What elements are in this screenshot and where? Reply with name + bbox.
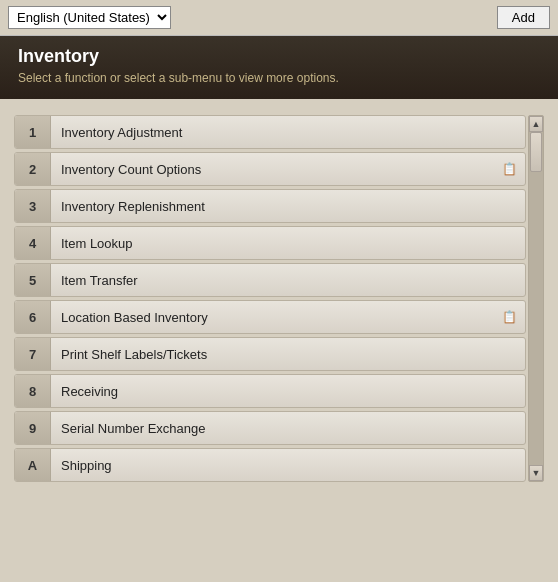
item-number: 6: [15, 301, 51, 333]
submenu-icon: 📋: [502, 162, 525, 176]
language-select[interactable]: English (United States): [8, 6, 171, 29]
item-label: Inventory Count Options: [51, 156, 502, 183]
list-item[interactable]: 8Receiving: [14, 374, 526, 408]
list-item[interactable]: 9Serial Number Exchange: [14, 411, 526, 445]
list-item[interactable]: 2Inventory Count Options📋: [14, 152, 526, 186]
scroll-track: [529, 132, 543, 465]
item-number: A: [15, 449, 51, 481]
item-label: Item Lookup: [51, 230, 525, 257]
item-label: Inventory Adjustment: [51, 119, 525, 146]
list-item[interactable]: 1Inventory Adjustment: [14, 115, 526, 149]
page-title: Inventory: [18, 46, 540, 67]
list-container: 1Inventory Adjustment2Inventory Count Op…: [14, 115, 544, 482]
item-number: 3: [15, 190, 51, 222]
item-number: 5: [15, 264, 51, 296]
scrollbar: ▲ ▼: [528, 115, 544, 482]
page-subtitle: Select a function or select a sub-menu t…: [18, 71, 540, 85]
item-label: Location Based Inventory: [51, 304, 502, 331]
main-content: 1Inventory Adjustment2Inventory Count Op…: [0, 99, 558, 498]
item-number: 9: [15, 412, 51, 444]
item-label: Shipping: [51, 452, 525, 479]
item-number: 4: [15, 227, 51, 259]
list-item[interactable]: 5Item Transfer: [14, 263, 526, 297]
submenu-icon: 📋: [502, 310, 525, 324]
list-item[interactable]: 3Inventory Replenishment: [14, 189, 526, 223]
item-label: Item Transfer: [51, 267, 525, 294]
item-label: Receiving: [51, 378, 525, 405]
item-label: Inventory Replenishment: [51, 193, 525, 220]
list-item[interactable]: 4Item Lookup: [14, 226, 526, 260]
scroll-up-arrow[interactable]: ▲: [529, 116, 543, 132]
item-label: Serial Number Exchange: [51, 415, 525, 442]
item-number: 7: [15, 338, 51, 370]
top-bar: English (United States) Add: [0, 0, 558, 36]
header-bar: Inventory Select a function or select a …: [0, 36, 558, 99]
list-item[interactable]: AShipping: [14, 448, 526, 482]
item-number: 1: [15, 116, 51, 148]
scroll-down-arrow[interactable]: ▼: [529, 465, 543, 481]
add-button[interactable]: Add: [497, 6, 550, 29]
scroll-thumb[interactable]: [530, 132, 542, 172]
list-items: 1Inventory Adjustment2Inventory Count Op…: [14, 115, 526, 482]
list-item[interactable]: 6Location Based Inventory📋: [14, 300, 526, 334]
list-item[interactable]: 7Print Shelf Labels/Tickets: [14, 337, 526, 371]
item-number: 8: [15, 375, 51, 407]
item-label: Print Shelf Labels/Tickets: [51, 341, 525, 368]
item-number: 2: [15, 153, 51, 185]
